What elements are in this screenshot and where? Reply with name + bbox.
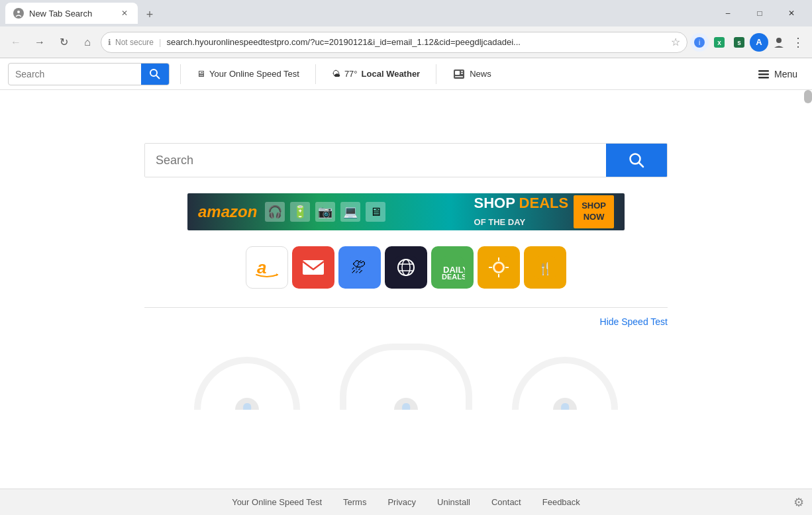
gauge-3-icon: 👤 (553, 398, 577, 410)
gauge-1-icon: 👤 (235, 398, 259, 410)
svg-text:s: s (737, 39, 741, 46)
svg-point-1 (17, 11, 20, 13)
main-content: amazon 🎧 🔋 📷 💻 🖥 SHOP DEALS OF THE DAY S… (0, 90, 812, 515)
lock-icon: ℹ (108, 38, 111, 47)
toolbar-speed-test[interactable]: 🖥 Your Online Speed Test (191, 66, 305, 81)
menu-button[interactable]: Menu (750, 65, 804, 83)
tab-area: New Tab Search ✕ + (5, 3, 713, 24)
svg-rect-14 (461, 71, 463, 72)
weather-label: Local Weather (362, 69, 421, 79)
menu-label: Menu (774, 69, 797, 79)
close-button[interactable]: ✕ (776, 3, 807, 24)
reload-button[interactable]: ↻ (53, 32, 74, 53)
news-label: News (470, 69, 491, 79)
app-icon-recipes[interactable]: 🍴 (524, 246, 566, 289)
maximize-button[interactable]: □ (744, 3, 775, 24)
svg-text:i: i (699, 39, 700, 46)
settings-gear-icon[interactable]: ⚙ (793, 495, 804, 510)
amazon-products: 🎧 🔋 📷 💻 🖥 (265, 202, 385, 222)
extension-icon-3[interactable]: s (730, 33, 748, 52)
new-tab-button[interactable]: + (140, 5, 159, 24)
toolbar-search-box[interactable] (8, 63, 170, 85)
search-icon (149, 68, 161, 80)
navigation-bar: ← → ↻ ⌂ ℹ Not secure | search.hyouronlin… (0, 26, 812, 58)
footer: Your Online Speed Test Terms Privacy Uni… (0, 489, 812, 515)
toolbar-search-input[interactable] (9, 69, 141, 79)
back-button[interactable]: ← (5, 32, 26, 53)
toolbar-weather[interactable]: 🌤 77° Local Weather (327, 66, 425, 81)
svg-rect-13 (455, 76, 463, 77)
toolbar-divider-1 (180, 64, 181, 84)
svg-line-20 (639, 163, 643, 167)
footer-link-contact[interactable]: Contact (491, 497, 521, 507)
forward-button[interactable]: → (29, 32, 50, 53)
toolbar-news[interactable]: News (447, 65, 497, 83)
app-icon-daily-deals[interactable]: DAILY DEALS (431, 246, 474, 289)
product-icon-1: 🎧 (265, 202, 285, 222)
footer-link-privacy[interactable]: Privacy (387, 497, 416, 507)
shop-now-button[interactable]: SHOPNOW (574, 195, 614, 228)
amazon-banner-left: amazon 🎧 🔋 📷 💻 🖥 (198, 202, 385, 222)
toolbar-search-button[interactable] (141, 63, 169, 85)
weather-icon: 🌤 (332, 69, 340, 79)
shop-deals-text: SHOP DEALS OF THE DAY (474, 195, 569, 229)
center-search-input[interactable] (145, 144, 606, 177)
extension-icon-1[interactable]: i (690, 33, 709, 52)
center-search-box[interactable] (144, 143, 668, 177)
url-text: search.hyouronlinespeedtestpro.com/?uc=2… (166, 37, 667, 47)
svg-rect-18 (758, 77, 769, 79)
speed-gauges-area: 👤 👤 👤 (194, 344, 618, 410)
speedometer-icon: 🖥 (197, 69, 205, 79)
app-icon-news[interactable] (385, 246, 427, 289)
app-icon-sun-info[interactable] (478, 246, 520, 289)
svg-rect-16 (758, 70, 769, 72)
home-button[interactable]: ⌂ (77, 32, 98, 53)
svg-line-10 (156, 75, 160, 79)
amazon-logo: amazon (198, 203, 257, 221)
app-icon-mail[interactable] (292, 246, 334, 289)
svg-rect-17 (758, 73, 769, 75)
url-divider: | (159, 37, 161, 47)
hide-speed-test-link[interactable]: Hide Speed Test (600, 316, 668, 327)
toolbar: 🖥 Your Online Speed Test 🌤 77° Local Wea… (0, 58, 812, 90)
svg-rect-22 (303, 260, 324, 275)
footer-link-speed-test[interactable]: Your Online Speed Test (232, 497, 322, 507)
product-icon-4: 💻 (340, 202, 360, 222)
separator-line (144, 307, 668, 308)
svg-text:x: x (717, 39, 721, 46)
gauge-1: 👤 (194, 357, 300, 410)
profile-button[interactable]: A (750, 33, 768, 52)
extension-icon-2[interactable]: x (710, 33, 729, 52)
app-icon-amazon[interactable]: a (246, 246, 288, 289)
svg-text:DEALS: DEALS (442, 273, 465, 280)
weather-temp: 77° (344, 69, 358, 79)
app-icon-weather[interactable]: ⛈ (338, 246, 381, 289)
product-icon-2: 🔋 (290, 202, 310, 222)
not-secure-label: Not secure (115, 38, 154, 47)
tab-close-button[interactable]: ✕ (119, 8, 130, 19)
address-bar[interactable]: ℹ Not secure | search.hyouronlinespeedte… (101, 32, 687, 53)
minimize-button[interactable]: – (713, 3, 743, 24)
active-tab[interactable]: New Tab Search ✕ (5, 3, 138, 24)
newspaper-icon (452, 68, 466, 81)
tab-favicon (13, 8, 24, 19)
toolbar-divider-2 (315, 64, 316, 84)
toolbar-divider-3 (436, 64, 436, 84)
gauge-3: 👤 (512, 357, 618, 410)
footer-link-terms[interactable]: Terms (343, 497, 366, 507)
chrome-menu-button[interactable]: ⋮ (789, 35, 807, 50)
user-icon[interactable] (770, 33, 788, 52)
gauge-2-icon: 👤 (394, 398, 418, 410)
center-search-icon (628, 152, 645, 169)
product-icon-5: 🖥 (366, 202, 385, 222)
tab-title: New Tab Search (29, 9, 114, 19)
bookmark-star-icon[interactable]: ☆ (671, 36, 680, 48)
footer-link-feedback[interactable]: Feedback (542, 497, 580, 507)
amazon-banner[interactable]: amazon 🎧 🔋 📷 💻 🖥 SHOP DEALS OF THE DAY S… (187, 193, 625, 230)
svg-point-9 (150, 70, 157, 76)
scroll-indicator[interactable] (804, 90, 812, 103)
footer-link-uninstall[interactable]: Uninstall (437, 497, 470, 507)
extension-icons: i x s A ⋮ (690, 33, 807, 52)
center-search-area (0, 143, 812, 193)
center-search-button[interactable] (606, 144, 667, 177)
